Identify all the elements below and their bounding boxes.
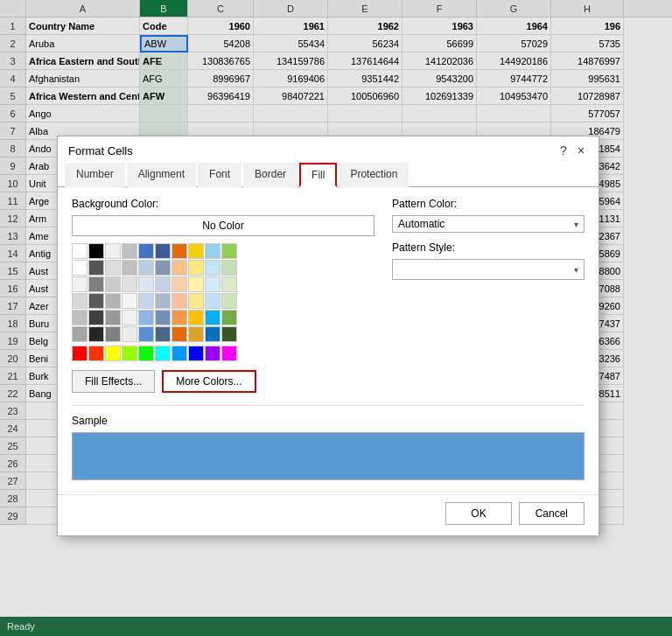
bg-color-section: Background Color: No Color bbox=[72, 198, 374, 393]
color-swatch[interactable] bbox=[155, 310, 171, 325]
color-swatch[interactable] bbox=[205, 276, 220, 292]
pattern-color-value: Automatic bbox=[398, 218, 444, 230]
color-swatch[interactable] bbox=[221, 243, 237, 259]
color-swatch[interactable] bbox=[172, 326, 187, 342]
color-swatch[interactable] bbox=[122, 310, 137, 325]
ok-button[interactable]: OK bbox=[445, 502, 511, 525]
dialog-footer: OK Cancel bbox=[58, 494, 598, 535]
color-swatch[interactable] bbox=[205, 293, 220, 309]
no-color-button[interactable]: No Color bbox=[72, 215, 374, 236]
sample-section: Sample bbox=[72, 405, 584, 480]
color-swatch[interactable] bbox=[105, 293, 121, 309]
dialog-two-col: Background Color: No Color bbox=[72, 198, 584, 393]
color-buttons: Fill Effects... More Colors... bbox=[72, 370, 374, 393]
tab-border[interactable]: Border bbox=[243, 163, 298, 187]
color-swatch[interactable] bbox=[221, 326, 237, 342]
color-swatch[interactable] bbox=[138, 260, 154, 276]
color-swatch[interactable] bbox=[205, 346, 220, 361]
color-swatch[interactable] bbox=[122, 293, 137, 309]
color-swatch[interactable] bbox=[105, 326, 121, 342]
color-swatch[interactable] bbox=[72, 260, 88, 276]
color-swatch[interactable] bbox=[72, 276, 88, 292]
color-swatch[interactable] bbox=[155, 276, 171, 292]
tab-bar: Number Alignment Font Border Fill Protec… bbox=[58, 163, 598, 187]
color-swatch[interactable] bbox=[221, 276, 237, 292]
color-swatch[interactable] bbox=[72, 346, 88, 361]
color-swatch[interactable] bbox=[172, 276, 187, 292]
tab-font[interactable]: Font bbox=[198, 163, 242, 187]
color-swatch[interactable] bbox=[155, 326, 171, 342]
color-swatch[interactable] bbox=[155, 346, 171, 361]
color-swatch[interactable] bbox=[122, 326, 137, 342]
dialog-title: Format Cells bbox=[68, 144, 133, 157]
color-swatch[interactable] bbox=[221, 346, 237, 361]
color-swatch[interactable] bbox=[205, 310, 220, 325]
color-swatch[interactable] bbox=[105, 346, 121, 361]
color-swatch[interactable] bbox=[221, 260, 237, 276]
dialog-help-button[interactable]: ? bbox=[556, 143, 570, 157]
color-swatch[interactable] bbox=[88, 243, 104, 259]
color-swatch[interactable] bbox=[105, 276, 121, 292]
color-swatch[interactable] bbox=[122, 346, 137, 361]
color-swatch[interactable] bbox=[172, 260, 187, 276]
color-swatch[interactable] bbox=[155, 260, 171, 276]
color-swatch[interactable] bbox=[105, 260, 121, 276]
color-swatch[interactable] bbox=[188, 293, 204, 309]
color-swatch[interactable] bbox=[155, 293, 171, 309]
color-swatch[interactable] bbox=[88, 310, 104, 325]
color-swatch[interactable] bbox=[72, 293, 88, 309]
color-swatch[interactable] bbox=[72, 326, 88, 342]
color-swatch[interactable] bbox=[88, 260, 104, 276]
tab-fill[interactable]: Fill bbox=[299, 163, 337, 187]
color-swatch[interactable] bbox=[72, 310, 88, 325]
cancel-button[interactable]: Cancel bbox=[519, 502, 584, 525]
color-swatch[interactable] bbox=[138, 346, 154, 361]
fill-effects-button[interactable]: Fill Effects... bbox=[72, 370, 155, 393]
pattern-color-label: Pattern Color: bbox=[392, 198, 584, 210]
color-swatch[interactable] bbox=[188, 243, 204, 259]
color-swatch[interactable] bbox=[105, 243, 121, 259]
color-swatch[interactable] bbox=[188, 260, 204, 276]
dialog-titlebar: Format Cells ? × bbox=[58, 136, 598, 157]
dialog-close-button[interactable]: × bbox=[574, 143, 588, 157]
color-swatch[interactable] bbox=[138, 310, 154, 325]
color-swatch[interactable] bbox=[88, 293, 104, 309]
color-swatch[interactable] bbox=[221, 293, 237, 309]
color-swatch[interactable] bbox=[221, 310, 237, 325]
color-swatch[interactable] bbox=[138, 276, 154, 292]
pattern-style-label: Pattern Style: bbox=[392, 241, 584, 254]
color-swatch[interactable] bbox=[172, 243, 187, 259]
color-swatch[interactable] bbox=[205, 326, 220, 342]
sample-box bbox=[72, 432, 584, 480]
color-swatch[interactable] bbox=[88, 276, 104, 292]
more-colors-button[interactable]: More Colors... bbox=[162, 370, 256, 393]
color-swatch[interactable] bbox=[88, 346, 104, 361]
color-swatch[interactable] bbox=[88, 326, 104, 342]
color-swatch[interactable] bbox=[72, 243, 88, 259]
color-swatch[interactable] bbox=[172, 310, 187, 325]
pattern-style-dropdown[interactable]: ▾ bbox=[392, 259, 584, 280]
tab-protection[interactable]: Protection bbox=[339, 163, 409, 187]
color-swatch[interactable] bbox=[172, 346, 187, 361]
dialog-controls: ? × bbox=[556, 143, 588, 157]
pattern-style-arrow: ▾ bbox=[574, 265, 578, 275]
color-swatch[interactable] bbox=[188, 346, 204, 361]
color-swatch[interactable] bbox=[138, 326, 154, 342]
color-swatch[interactable] bbox=[188, 326, 204, 342]
spreadsheet: A B C D E F G H 1 2 3 4 5 6 7 8 9 10 11 … bbox=[0, 0, 672, 636]
color-swatch[interactable] bbox=[155, 243, 171, 259]
color-swatch[interactable] bbox=[122, 276, 137, 292]
color-swatch[interactable] bbox=[138, 293, 154, 309]
color-swatch[interactable] bbox=[188, 276, 204, 292]
tab-alignment[interactable]: Alignment bbox=[127, 163, 196, 187]
color-swatch[interactable] bbox=[188, 310, 204, 325]
color-swatch[interactable] bbox=[138, 243, 154, 259]
color-swatch[interactable] bbox=[122, 260, 137, 276]
color-swatch[interactable] bbox=[105, 310, 121, 325]
color-swatch[interactable] bbox=[172, 293, 187, 309]
color-swatch[interactable] bbox=[122, 243, 137, 259]
color-swatch[interactable] bbox=[205, 243, 220, 259]
tab-number[interactable]: Number bbox=[65, 163, 125, 187]
pattern-color-dropdown[interactable]: Automatic ▾ bbox=[392, 215, 584, 233]
color-swatch[interactable] bbox=[205, 260, 220, 276]
